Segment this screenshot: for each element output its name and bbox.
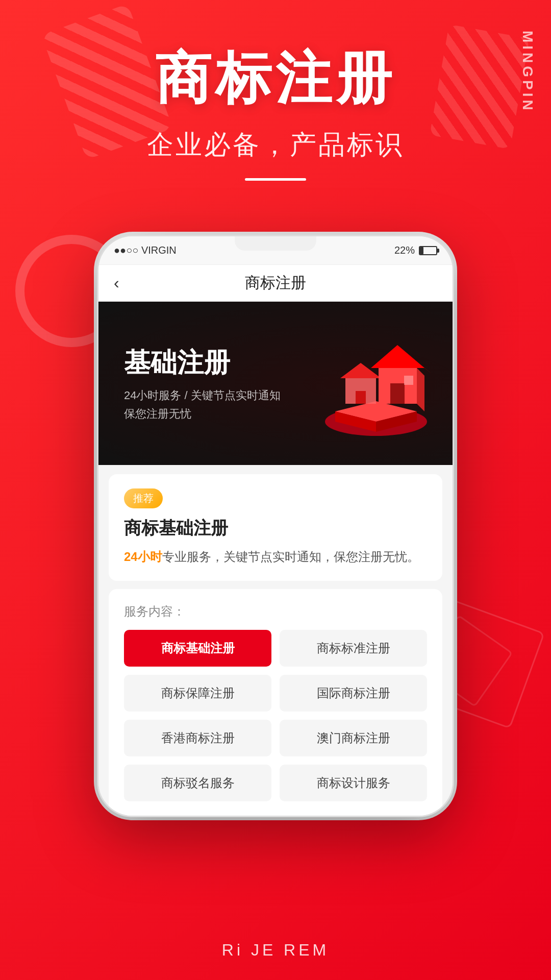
service-btn-btn6[interactable]: 澳门商标注册 [280, 720, 427, 756]
card-title: 商标基础注册 [124, 517, 427, 540]
battery-fill [420, 247, 423, 254]
phone-mockup: ●●○○ VIRGIN 22% ‹ 商标注册 基础注册 24小时服务 / 关键节… [97, 235, 454, 817]
back-button[interactable]: ‹ [114, 274, 119, 292]
svg-rect-3 [356, 391, 366, 404]
card-highlight: 24小时 [124, 550, 162, 564]
product-info-card: 推荐 商标基础注册 24小时专业服务，关键节点实时通知，保您注册无忧。 [109, 474, 442, 581]
bottom-indicator: Ri JE REM [222, 941, 329, 960]
banner-title: 基础注册 [124, 345, 281, 381]
phone-frame: ●●○○ VIRGIN 22% ‹ 商标注册 基础注册 24小时服务 / 关键节… [97, 235, 454, 817]
nav-bar: ‹ 商标注册 [98, 265, 453, 302]
card-desc: 24小时专业服务，关键节点实时通知，保您注册无忧。 [124, 547, 427, 567]
service-btn-btn8[interactable]: 商标设计服务 [280, 765, 427, 801]
hero-subtitle: 企业必备，产品标识 [0, 127, 551, 163]
service-btn-btn3[interactable]: 商标保障注册 [124, 675, 271, 712]
service-label: 服务内容： [124, 603, 427, 620]
hero-title: 商标注册 [0, 41, 551, 117]
banner-text: 基础注册 24小时服务 / 关键节点实时通知 保您注册无忧 [124, 345, 281, 422]
service-card: 服务内容： 商标基础注册商标标准注册商标保障注册国际商标注册香港商标注册澳门商标… [109, 589, 442, 816]
hero-section: 商标注册 企业必备，产品标识 [0, 41, 551, 181]
phone-content: 基础注册 24小时服务 / 关键节点实时通知 保您注册无忧 [98, 302, 453, 816]
svg-rect-7 [390, 383, 405, 404]
service-btn-btn5[interactable]: 香港商标注册 [124, 720, 271, 756]
hero-divider [245, 178, 306, 181]
banner-sub1: 24小时服务 / 关键节点实时通知 [124, 388, 281, 403]
bottom-text: Ri JE REM [222, 941, 329, 960]
service-btn-btn7[interactable]: 商标驳名服务 [124, 765, 271, 801]
product-banner: 基础注册 24小时服务 / 关键节点实时通知 保您注册无忧 [98, 302, 453, 465]
status-bar: ●●○○ VIRGIN 22% [98, 236, 453, 265]
battery-icon [419, 246, 437, 255]
banner-icon-3d [315, 322, 437, 445]
svg-marker-5 [371, 345, 424, 368]
phone-notch [235, 236, 316, 251]
service-btn-btn4[interactable]: 国际商标注册 [280, 675, 427, 712]
banner-sub2: 保您注册无忧 [124, 406, 281, 422]
card-badge: 推荐 [124, 488, 163, 508]
svg-rect-8 [404, 376, 413, 385]
service-btn-btn1[interactable]: 商标基础注册 [124, 630, 271, 667]
status-carrier: ●●○○ VIRGIN [114, 244, 177, 256]
service-grid: 商标基础注册商标标准注册商标保障注册国际商标注册香港商标注册澳门商标注册商标驳名… [124, 630, 427, 801]
status-battery: 22% [394, 244, 437, 256]
nav-title: 商标注册 [245, 273, 306, 293]
service-btn-btn2[interactable]: 商标标准注册 [280, 630, 427, 667]
